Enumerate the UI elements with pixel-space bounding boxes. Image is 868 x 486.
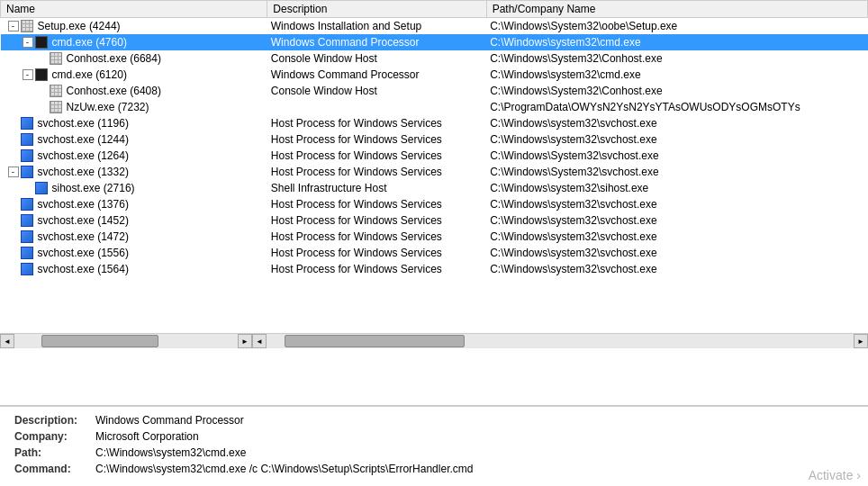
process-path-cell: C:\Windows\system32\svchost.exe	[486, 196, 867, 212]
process-icon	[21, 166, 33, 178]
tree-section: Name Description Path/Company Name -Setu…	[0, 0, 868, 406]
tree-scroll[interactable]: Name Description Path/Company Name -Setu…	[0, 0, 868, 333]
description-label: Description:	[14, 414, 95, 427]
process-path-cell: C:\Windows\System32\Conhost.exe	[486, 50, 867, 67]
scroll-left-thumb[interactable]	[41, 335, 158, 347]
table-row[interactable]: svchost.exe (1452)Host Process for Windo…	[1, 212, 868, 229]
process-name: Conhost.exe (6408)	[67, 85, 161, 97]
main-container: Name Description Path/Company Name -Setu…	[0, 0, 868, 486]
process-name: cmd.exe (6120)	[52, 68, 127, 81]
path-row: Path: C:\Windows\system32\cmd.exe	[14, 446, 854, 459]
process-desc-cell: Windows Command Processor	[267, 67, 486, 83]
process-icon	[35, 68, 48, 81]
expand-button[interactable]: -	[8, 166, 19, 177]
expand-button[interactable]: -	[23, 37, 33, 48]
process-path-cell: C:\Windows\system32\sihost.exe	[486, 180, 867, 196]
process-name-cell: -svchost.exe (1332)	[1, 164, 267, 180]
process-name-cell: svchost.exe (1376)	[1, 196, 267, 212]
process-desc-cell: Console Window Host	[267, 83, 486, 99]
process-path-cell: C:\Windows\System32\svchost.exe	[486, 148, 867, 164]
table-row[interactable]: svchost.exe (1264)Host Process for Windo…	[1, 148, 868, 164]
process-name-cell: -Setup.exe (4244)	[1, 18, 267, 34]
process-name-cell: -cmd.exe (6120)	[1, 67, 267, 83]
table-row[interactable]: -svchost.exe (1332)Host Process for Wind…	[1, 164, 868, 180]
col-header-desc[interactable]: Description	[267, 1, 486, 18]
process-name-cell: -cmd.exe (4760)	[1, 34, 267, 50]
process-tree-table: Name Description Path/Company Name -Setu…	[0, 0, 868, 277]
process-icon	[50, 101, 62, 113]
process-name-cell: svchost.exe (1472)	[1, 229, 267, 245]
col-header-name[interactable]: Name	[1, 1, 267, 18]
table-row[interactable]: svchost.exe (1564)Host Process for Windo…	[1, 261, 868, 277]
process-path-cell: C:\Windows\system32\svchost.exe	[486, 245, 867, 261]
table-row[interactable]: Conhost.exe (6408)Console Window HostC:\…	[1, 83, 868, 99]
process-name-cell: svchost.exe (1452)	[1, 212, 267, 229]
process-icon	[35, 36, 48, 49]
process-icon	[50, 52, 62, 65]
process-icon	[21, 214, 33, 227]
scroll-left-arrow-right[interactable]: ◄	[252, 334, 267, 348]
process-name: svchost.exe (1376)	[38, 198, 129, 211]
process-icon	[50, 85, 62, 97]
process-name-cell: NzUw.exe (7232)	[1, 99, 267, 115]
command-label: Command:	[14, 463, 95, 475]
scroll-right-arrow-left[interactable]: ►	[238, 334, 252, 348]
process-icon	[21, 149, 33, 162]
company-value: Microsoft Corporation	[95, 430, 199, 443]
command-value: C:\Windows\system32\cmd.exe /c C:\Window…	[95, 463, 473, 475]
process-name: svchost.exe (1244)	[38, 133, 129, 146]
process-name: NzUw.exe (7232)	[67, 101, 149, 113]
path-value: C:\Windows\system32\cmd.exe	[95, 446, 246, 459]
col-header-path[interactable]: Path/Company Name	[486, 1, 867, 18]
process-path-cell: C:\ProgramData\OWYsN2YsN2YsYTAsOWUsODYsO…	[486, 99, 867, 115]
table-row[interactable]: NzUw.exe (7232)C:\ProgramData\OWYsN2YsN2…	[1, 99, 868, 115]
process-name: cmd.exe (4760)	[52, 36, 127, 49]
scroll-left-track[interactable]	[14, 334, 238, 348]
process-path-cell: C:\Windows\System32\svchost.exe	[486, 164, 867, 180]
process-icon	[21, 263, 33, 275]
process-path-cell: C:\Windows\system32\svchost.exe	[486, 131, 867, 148]
process-path-cell: C:\Windows\system32\svchost.exe	[486, 229, 867, 245]
table-row[interactable]: Conhost.exe (6684)Console Window HostC:\…	[1, 50, 868, 67]
process-path-cell: C:\Windows\system32\svchost.exe	[486, 212, 867, 229]
table-row[interactable]: svchost.exe (1196)Host Process for Windo…	[1, 115, 868, 131]
expand-button[interactable]: -	[23, 69, 33, 80]
process-icon	[21, 247, 33, 259]
process-desc-cell: Host Process for Windows Services	[267, 164, 486, 180]
table-row[interactable]: svchost.exe (1556)Host Process for Windo…	[1, 245, 868, 261]
process-name: svchost.exe (1564)	[38, 263, 129, 275]
process-name: Conhost.exe (6684)	[67, 52, 161, 65]
scrollbars-row: ◄ ► ◄ ►	[0, 333, 868, 348]
process-path-cell: C:\Windows\system32\svchost.exe	[486, 261, 867, 277]
table-row[interactable]: sihost.exe (2716)Shell Infrastructure Ho…	[1, 180, 868, 196]
process-path-cell: C:\Windows\System32\Conhost.exe	[486, 83, 867, 99]
process-desc-cell: Host Process for Windows Services	[267, 229, 486, 245]
process-desc-cell: Host Process for Windows Services	[267, 115, 486, 131]
process-desc-cell: Host Process for Windows Services	[267, 261, 486, 277]
process-name-cell: svchost.exe (1564)	[1, 261, 267, 277]
process-path-cell: C:\Windows\system32\cmd.exe	[486, 34, 867, 50]
activate-watermark: Activate ›	[801, 464, 868, 486]
table-row[interactable]: -cmd.exe (6120)Windows Command Processor…	[1, 67, 868, 83]
process-icon	[21, 20, 33, 32]
scrollbar-left: ◄ ►	[0, 334, 252, 348]
info-section: Description: Windows Command Processor C…	[0, 406, 868, 486]
table-row[interactable]: -cmd.exe (4760)Windows Command Processor…	[1, 34, 868, 50]
table-row[interactable]: svchost.exe (1244)Host Process for Windo…	[1, 131, 868, 148]
scroll-right-arrow[interactable]: ►	[854, 334, 868, 348]
scroll-left-arrow[interactable]: ◄	[0, 334, 14, 348]
process-icon	[21, 117, 33, 130]
description-row: Description: Windows Command Processor	[14, 414, 854, 427]
table-row[interactable]: -Setup.exe (4244)Windows Installation an…	[1, 18, 868, 34]
scroll-right-track[interactable]	[267, 334, 854, 348]
process-desc-cell: Host Process for Windows Services	[267, 131, 486, 148]
process-name-cell: sihost.exe (2716)	[1, 180, 267, 196]
process-name: svchost.exe (1264)	[38, 149, 129, 162]
expand-button[interactable]: -	[8, 21, 19, 32]
scroll-right-thumb[interactable]	[285, 335, 465, 347]
process-name: svchost.exe (1332)	[38, 166, 129, 178]
process-desc-cell: Windows Command Processor	[267, 34, 486, 50]
process-icon	[21, 230, 33, 243]
table-row[interactable]: svchost.exe (1376)Host Process for Windo…	[1, 196, 868, 212]
table-row[interactable]: svchost.exe (1472)Host Process for Windo…	[1, 229, 868, 245]
